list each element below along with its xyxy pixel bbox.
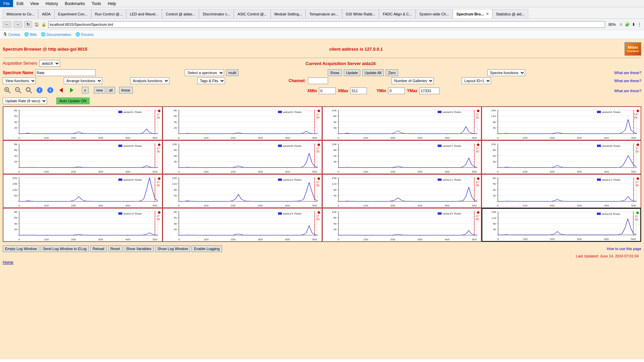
chart-cell-aida01[interactable]: 2k3k5k6k 0100200300400500 aida01 Rate ◆ … (3, 107, 162, 140)
menu-history[interactable]: History (42, 0, 61, 7)
chart-cell-aida03[interactable]: 3k5k8k10k 0100200300400500 aida03 Rate ◆… (322, 107, 482, 140)
tab-experiment[interactable]: Experiment Con... (54, 9, 91, 18)
ymin-input[interactable] (388, 87, 405, 94)
tab-fadc[interactable]: FADC Align & C... (379, 9, 416, 18)
bookmark-wiki[interactable]: 🌐 Wiki (24, 32, 37, 37)
tab-temperature[interactable]: Temperature an... (306, 9, 342, 18)
tab-system[interactable]: System wide Ch... (416, 9, 453, 18)
bookmark-star-icon[interactable]: ☆ (619, 22, 623, 27)
what-these-1[interactable]: What are these? (614, 71, 641, 75)
chart-cell-aida07[interactable]: 3k5k8k10k 0100200300400500 aida07 Rate ◆… (322, 140, 482, 174)
tab-aida[interactable]: AIDA (38, 9, 54, 18)
svg-text:0: 0 (497, 204, 499, 207)
chart-cell-aida08[interactable]: 3k5k8k10k 0100200300400500 aida08 Rate ◆… (482, 140, 641, 174)
bookmark-forums[interactable]: 🌐 Forums (75, 32, 94, 37)
menu-view[interactable]: View (27, 0, 42, 7)
x-button[interactable]: x (82, 87, 89, 94)
arrange-functions-select[interactable]: Arrange functions (64, 77, 102, 84)
show-log-button[interactable]: Show Log Window (155, 245, 190, 252)
back-button[interactable]: ← (3, 21, 11, 28)
tab-runcontrol[interactable]: Run Control @... (91, 9, 126, 18)
tab-welcome[interactable]: Welcome to Ce... (3, 9, 38, 18)
spectra-functions-select[interactable]: Spectra functions (487, 69, 525, 76)
chart-cell-aida12[interactable]: 2k3k5k6k 0100200300400500 aida12 Rate ◆ … (482, 174, 641, 208)
reload-nav-button[interactable]: ↻ (24, 21, 32, 28)
menu-file[interactable]: File (0, 0, 13, 7)
url-input[interactable] (48, 21, 605, 28)
info-circle-icon[interactable]: i (35, 85, 44, 95)
arrow-right-icon[interactable] (67, 85, 76, 95)
tab-spectrum-browser[interactable]: Spectrum Bro... ✕ (453, 9, 492, 18)
tab-gsi[interactable]: GSI White Rabb... (342, 9, 379, 18)
close-tab-icon[interactable]: ✕ (486, 12, 489, 16)
arrow-left-icon[interactable] (56, 85, 66, 95)
chart-cell-aida09[interactable]: 6k13k19k25k 0100200300400500 aida09 Rate… (3, 174, 162, 208)
what-these-3[interactable]: What are these? (614, 89, 641, 93)
chart-cell-aida04[interactable]: 4k8k11k15k 0100200300400500 aida04 Rate … (482, 107, 641, 140)
ymax-input[interactable] (419, 87, 439, 94)
enable-logging-button[interactable]: Enable Logging (192, 245, 222, 252)
forward-button[interactable]: → (13, 21, 22, 28)
update-all-button[interactable]: Update All (362, 69, 384, 76)
zoom-out-icon[interactable] (13, 85, 23, 95)
svg-text:500: 500 (153, 238, 158, 241)
chart-cell-aida15[interactable]: 3k5k8k10k 0100200300400500 aida15 Rate ◆… (322, 208, 482, 242)
auto-update-button[interactable]: Auto Update ON (56, 98, 90, 104)
xmin-input[interactable] (319, 87, 336, 94)
tab-discriminator[interactable]: Discriminator c... (199, 9, 234, 18)
chart-cell-aida10[interactable]: 4k8k11k15k 0100200300400500 aida10 Rate … (163, 174, 322, 208)
chart-cell-aida05[interactable]: 2k4k6k8k 0100200300400500 aida05 Rate ◆ … (3, 140, 162, 174)
chart-cell-aida16[interactable]: 4k8k11k15k 0100200300400500 aida16 Rate … (482, 208, 641, 242)
update-rate-select[interactable]: Update Rate (8 secs) (3, 98, 47, 104)
tab-asic[interactable]: ASIC Control @... (234, 9, 271, 18)
number-galleries-select[interactable]: Number of Galleries (391, 77, 434, 84)
menu-dots-icon[interactable]: ⋮ (637, 22, 641, 27)
select-spectrum-dropdown[interactable]: Select a spectrum (185, 69, 224, 76)
tab-led[interactable]: LED and Wavel... (126, 9, 162, 18)
spectrum-name-input[interactable] (35, 69, 96, 76)
menu-tools[interactable]: Tools (88, 0, 104, 7)
chart-cell-aida13[interactable]: 2k4k6k8k 0100200300400500 aida13 Rate ◆ … (3, 208, 162, 242)
view-functions-select[interactable]: View functions (3, 77, 36, 84)
tags-fits-select[interactable]: Tags & Fits (197, 77, 225, 84)
layout-id-select[interactable]: Layout ID=1 (462, 77, 491, 84)
reload-button[interactable]: Reload (90, 245, 107, 252)
what-these-2[interactable]: What are these? (614, 79, 641, 83)
ymax-label: YMax (407, 88, 417, 93)
acq-server-select[interactable]: aida16 (39, 60, 60, 67)
analysis-functions-select[interactable]: Analysis functions (130, 77, 169, 84)
menu-bookmarks[interactable]: Bookmarks (61, 0, 88, 7)
chart-cell-aida02[interactable]: 2k3k5k6k 0100200300400500 aida02 Rate ◆ … (163, 107, 322, 140)
linear-button[interactable]: linear (119, 87, 133, 94)
multi-button[interactable]: multi (226, 69, 238, 76)
tab-statistics[interactable]: Statistics @ aid... (492, 9, 528, 18)
chart-cell-aida06[interactable]: 3k5k8k10k 0100200300400500 aida06 Rate ◆… (163, 140, 322, 174)
send-log-button[interactable]: Send Log Window to ELog (41, 245, 89, 252)
bookmark-documentation[interactable]: 🌐 Documentation (41, 32, 71, 37)
tab-module[interactable]: Module Setting... (271, 9, 306, 18)
update-button[interactable]: Update (344, 69, 360, 76)
bookmark-centos[interactable]: 🐧 Centos (3, 32, 20, 37)
menu-help[interactable]: Help (104, 0, 119, 7)
channel-input[interactable] (308, 77, 328, 84)
show-button[interactable]: Show (328, 69, 342, 76)
zero-button[interactable]: Zero (386, 69, 398, 76)
how-to-button[interactable]: How to use this page (607, 247, 641, 251)
svg-text:300: 300 (258, 170, 263, 173)
xmax-input[interactable] (350, 87, 367, 94)
home-link[interactable]: Home (3, 259, 13, 266)
info-details-icon[interactable]: I (46, 85, 55, 95)
new-button[interactable]: new (94, 87, 105, 94)
all-button[interactable]: all (107, 87, 115, 94)
bottom-bar: Empty Log Window Send Log Window to ELog… (3, 244, 641, 253)
chart-cell-aida14[interactable]: 2k3k5k6k 0100200300400500 aida14 Rate ◆ … (163, 208, 322, 242)
chart-counter-aida02: 17 (0) (316, 113, 320, 119)
tab-control[interactable]: Control @ aidas... (162, 9, 199, 18)
empty-log-button[interactable]: Empty Log Window (3, 245, 39, 252)
zoom-area-icon[interactable] (24, 85, 34, 95)
reset-button[interactable]: Reset (108, 245, 122, 252)
menu-edit[interactable]: Edit (13, 0, 27, 7)
chart-cell-aida11[interactable]: 4k8k11k15k 0100200300400500 aida11 Rate … (322, 174, 482, 208)
show-variables-button[interactable]: Show Variables (124, 245, 154, 252)
zoom-in-icon[interactable] (3, 85, 12, 95)
